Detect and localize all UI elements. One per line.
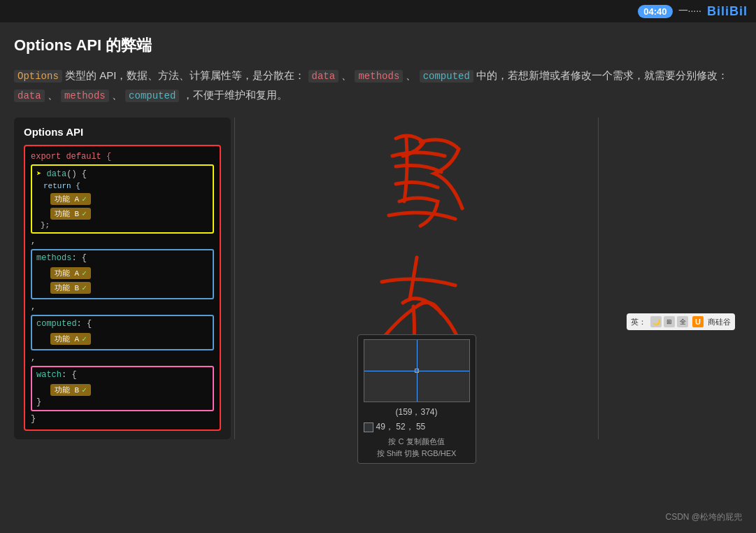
- crosshair-dot: [415, 369, 419, 373]
- func-badge-data-a: 功能 A: [50, 193, 91, 205]
- content-row: Options API export default { ➤ data() { …: [14, 118, 742, 439]
- picker-hint: 按 C 复制颜色值 按 Shift 切换 RGB/HEX: [364, 436, 470, 459]
- main-content: Options API 的弊端 Options 类型的 API，数据、方法、计算…: [0, 22, 756, 439]
- methods-section: methods: { 功能 A 功能 B: [31, 249, 214, 299]
- func-badge-watch-b: 功能 B: [50, 384, 91, 396]
- divider-2: [598, 118, 599, 439]
- code-block: export default { ➤ data() { return { 功能 …: [24, 145, 221, 431]
- color-picker-canvas: [364, 339, 470, 402]
- description: Options 类型的 API，数据、方法、计算属性等，是分散在： data 、…: [14, 66, 742, 105]
- computed-section: computed: { 功能 A: [31, 315, 214, 350]
- data-section: ➤ data() { return { 功能 A 功能 B };: [31, 164, 214, 234]
- divider-1: [234, 118, 235, 439]
- right-panel: 英： 🌙 ⊞ 全 U 商硅谷: [602, 118, 742, 330]
- top-logo: BiliBil: [707, 4, 748, 19]
- options-tag: Options: [14, 70, 62, 83]
- data-close: ,: [31, 236, 214, 246]
- computed-tag-2: computed: [125, 90, 179, 102]
- computed-tag-1: computed: [420, 70, 473, 83]
- moon-icon: 🌙: [650, 316, 662, 327]
- func-badge-methods-a: 功能 A: [50, 267, 91, 279]
- watch-header: watch: {: [36, 370, 208, 380]
- color-picker[interactable]: (159，374) 49， 52， 55 按 C 复制颜色值 按 Shift 切…: [357, 334, 476, 464]
- methods-tag-1: methods: [355, 70, 403, 83]
- func-b-watch: 功能 B: [39, 383, 208, 397]
- middle-area: (159，374) 49， 52， 55 按 C 复制颜色值 按 Shift 切…: [238, 118, 594, 369]
- picker-rgb-row: 49， 52， 55: [364, 421, 470, 433]
- watch-section: watch: { 功能 B }: [31, 366, 214, 411]
- computed-close: ,: [31, 353, 214, 363]
- grid-icon: ⊞: [664, 316, 675, 327]
- data-tag-2: data: [14, 90, 45, 102]
- full-icon: 全: [677, 316, 688, 327]
- picker-rgb-values: 49， 52， 55: [376, 421, 426, 433]
- ime-icons: 🌙 ⊞ 全: [650, 316, 688, 327]
- return-line: return {: [43, 182, 208, 190]
- func-badge-data-b: 功能 B: [50, 208, 91, 220]
- top-bar: 04:40 一····· BiliBil: [0, 0, 756, 22]
- func-badge-methods-b: 功能 B: [50, 282, 91, 294]
- main-close: }: [31, 414, 214, 424]
- page-title: Options API 的弊端: [14, 35, 742, 56]
- func-a-methods: 功能 A: [39, 266, 208, 280]
- methods-close: ,: [31, 302, 214, 312]
- api-panel-title: Options API: [24, 126, 221, 138]
- func-badge-computed-a: 功能 A: [50, 333, 91, 345]
- func-a-computed: 功能 A: [39, 332, 208, 346]
- char-shu-svg: [354, 118, 480, 257]
- computed-header: computed: {: [36, 319, 208, 329]
- methods-header: methods: {: [36, 253, 208, 263]
- api-panel: Options API export default { ➤ data() { …: [14, 118, 231, 439]
- ime-widget[interactable]: 英： 🌙 ⊞ 全 U 商硅谷: [627, 313, 735, 330]
- ime-label: 商硅谷: [708, 317, 731, 327]
- picker-coords: (159，374): [364, 406, 470, 418]
- timer-badge: 04:40: [638, 5, 672, 18]
- data-header: ➤ data() {: [36, 169, 208, 179]
- ime-u-badge: U: [692, 316, 704, 327]
- func-b-data: 功能 B: [39, 206, 208, 221]
- color-swatch: [364, 422, 373, 432]
- export-line: export default {: [31, 152, 214, 162]
- data-tag-1: data: [308, 70, 339, 83]
- attribution: CSDN @松垮的屁兜: [665, 511, 742, 523]
- func-a-data: 功能 A: [39, 192, 208, 206]
- func-b-methods: 功能 B: [39, 280, 208, 295]
- ime-lang: 英：: [631, 317, 646, 327]
- top-right-text: 一·····: [678, 5, 701, 17]
- methods-tag-2: methods: [61, 90, 109, 102]
